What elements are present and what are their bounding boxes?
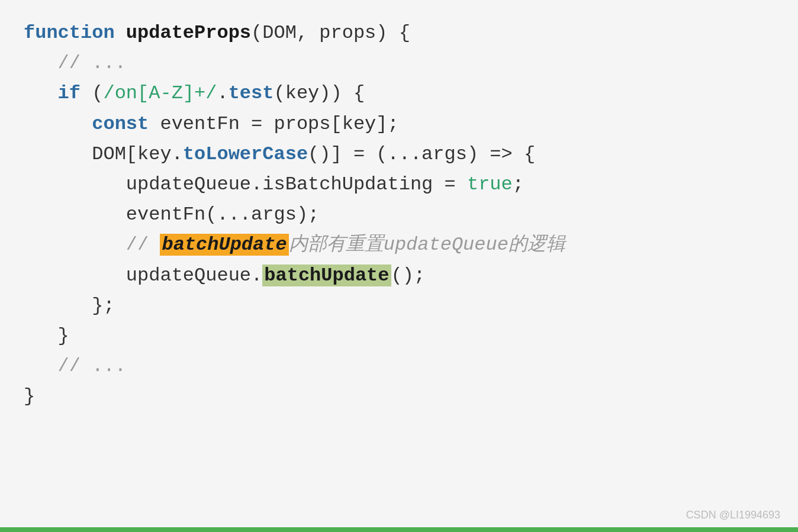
comment-1: // ... (58, 52, 126, 74)
regex-literal: /on[A-Z]+/ (103, 82, 217, 104)
method-test: test (229, 82, 274, 104)
comment-2: // (126, 234, 160, 256)
code-line-8: // batchUpdate内部有重置updateQueue的逻辑 (24, 230, 774, 260)
code-text: }; (92, 295, 114, 317)
code-text: (); (391, 265, 426, 286)
code-text: updateQueue.isBatchUpdating = (126, 173, 467, 195)
code-text: . (217, 82, 228, 104)
keyword-const: const (92, 113, 149, 135)
code-text: updateQueue. (126, 265, 262, 286)
highlight-batchupdate-orange: batchUpdate (160, 234, 288, 256)
code-text: ( (81, 82, 103, 104)
code-line-7: eventFn(...args); (24, 199, 774, 230)
code-line-6: updateQueue.isBatchUpdating = true; (24, 169, 774, 199)
code-text: } (24, 385, 35, 407)
value-true: true (467, 173, 513, 195)
code-line-1: function updateProps(DOM, props) { (24, 18, 774, 48)
code-line-4: const eventFn = props[key]; (24, 109, 774, 139)
watermark: CSDN @LI1994693 (686, 509, 780, 521)
function-name: updateProps (126, 22, 251, 44)
code-line-3: if (/on[A-Z]+/.test(key)) { (24, 78, 774, 108)
method-tolowercase: toLowerCase (183, 143, 308, 165)
code-text: eventFn = props[key]; (149, 113, 398, 135)
code-line-11: } (24, 321, 774, 351)
code-text: ; (513, 173, 524, 195)
code-line-5: DOM[key.toLowerCase()] = (...args) => { (24, 139, 774, 169)
code-line-12: // ... (24, 351, 774, 381)
code-text: ()] = (...args) => { (308, 143, 535, 165)
code-line-9: updateQueue.batchUpdate(); (24, 260, 774, 291)
keyword-function: function (24, 22, 115, 44)
code-line-10: }; (24, 291, 774, 321)
code-text: (DOM, props) { (251, 22, 410, 44)
highlight-batchupdate-green: batchUpdate (262, 265, 391, 286)
comment-3: // ... (58, 355, 126, 377)
code-text: (key)) { (273, 82, 365, 104)
code-line-13: } (24, 381, 774, 411)
code-line-2: // ... (24, 48, 774, 78)
code-text: eventFn(...args); (126, 204, 319, 225)
bottom-bar (0, 527, 798, 532)
code-container: function updateProps(DOM, props) { // ..… (0, 0, 798, 532)
code-text: } (58, 325, 69, 347)
comment-chinese: 内部有重置updateQueue的逻辑 (289, 234, 565, 256)
keyword-if: if (58, 82, 81, 104)
code-block: function updateProps(DOM, props) { // ..… (24, 18, 774, 411)
code-text: DOM[key. (92, 143, 183, 165)
